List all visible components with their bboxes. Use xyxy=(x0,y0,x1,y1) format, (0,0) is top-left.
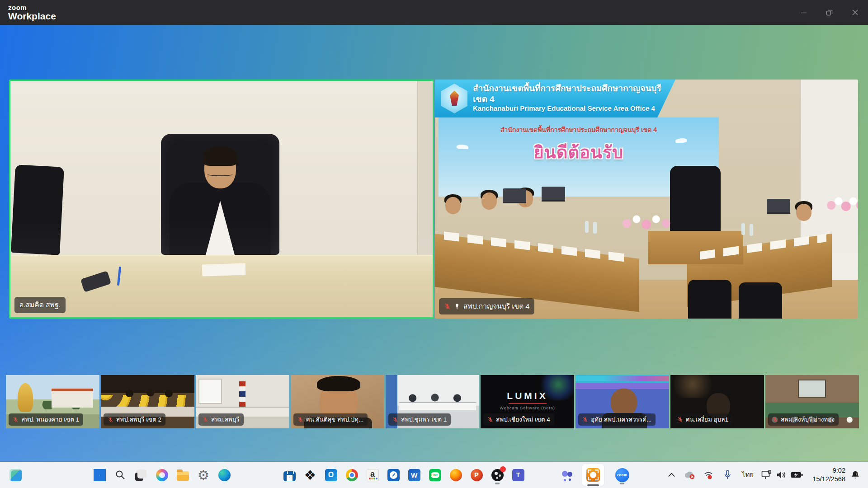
file-explorer-icon xyxy=(177,471,189,481)
participant-name: ศน.สันติสุข สพป.ปทุ... xyxy=(306,414,363,424)
restore-button[interactable] xyxy=(816,0,842,25)
video-tile-small[interactable]: ศน.สันติสุข สพป.ปทุ... xyxy=(291,375,384,428)
file-explorer-button[interactable] xyxy=(174,466,192,484)
clock-tray[interactable]: 9:02 15/12/2568 xyxy=(812,466,845,483)
widgets-button[interactable] xyxy=(6,466,24,484)
brand-workplace-text: Workplace xyxy=(8,11,56,21)
screen-recorder-button[interactable] xyxy=(582,464,604,486)
volume-tray-button[interactable] xyxy=(774,470,788,479)
start-button[interactable] xyxy=(90,466,108,484)
speedometer-app-button[interactable] xyxy=(384,466,402,484)
task-view-button[interactable] xyxy=(132,466,150,484)
windows-taskbar: ⚙ ❖ O a W LINE P T zoom xyxy=(0,462,868,488)
powerpoint-button[interactable]: P xyxy=(467,466,486,484)
search-icon xyxy=(115,469,126,480)
line-app-button[interactable]: LINE xyxy=(426,466,444,484)
participant-name-badge: สพป. หนองคาย เขต 1 xyxy=(9,413,83,426)
zoom-workplace-logo: zoom Workplace xyxy=(8,4,56,21)
chevron-up-icon xyxy=(668,473,675,477)
speaker-icon xyxy=(776,470,787,479)
outlook-button[interactable]: O xyxy=(322,466,340,484)
microsoft-store-button[interactable] xyxy=(280,466,298,484)
notification-badge xyxy=(500,466,506,472)
participant-name: อุทัย สพป.นครสวรรค์... xyxy=(591,414,651,424)
desktop: zoom Workplace xyxy=(0,0,868,488)
chrome-button[interactable] xyxy=(343,466,361,484)
task-view-icon xyxy=(137,469,146,479)
close-button[interactable] xyxy=(842,0,868,25)
microphone-tray-button[interactable] xyxy=(720,469,735,480)
participant-filmstrip: สพป. หนองคาย เขต 1 สพป.ลพบุรี เขต 2 สพม.… xyxy=(6,375,862,428)
video-scene-meeting-room: สำนักงานเขตพื้นที่การศึกษาประถมศึกษากาญจ… xyxy=(435,80,858,319)
language-indicator[interactable]: ไทย xyxy=(739,469,757,480)
muted-mic-icon xyxy=(582,417,588,422)
participant-name: ศน.เสงี่ยม อุบล1 xyxy=(686,414,728,424)
people-app-icon xyxy=(561,469,573,481)
video-tile-small[interactable]: ศน.เสงี่ยม อุบล1 xyxy=(670,375,764,428)
obs-icon xyxy=(491,469,504,481)
muted-mic-icon xyxy=(772,417,778,422)
display-tray-button[interactable] xyxy=(760,470,774,480)
firefox-icon xyxy=(450,469,462,481)
tray-date: 15/12/2568 xyxy=(812,475,845,483)
firefox-button[interactable] xyxy=(447,466,465,484)
muted-mic-icon xyxy=(677,417,683,422)
muted-mic-icon xyxy=(297,417,303,422)
onedrive-tray-button[interactable] xyxy=(682,470,697,479)
brand-zoom-text: zoom xyxy=(8,4,56,11)
chrome-icon xyxy=(346,469,358,481)
participant-name-badge: ศน.สันติสุข สพป.ปทุ... xyxy=(293,413,368,426)
backdrop-title-text: สำนักงานเขตพื้นที่การศึกษาประถมศึกษากาญจ… xyxy=(439,125,719,135)
amazon-icon: a xyxy=(367,469,379,481)
obs-button[interactable] xyxy=(488,466,506,484)
muted-mic-icon xyxy=(108,417,113,422)
edge-icon xyxy=(218,469,231,481)
copilot-button[interactable] xyxy=(153,466,171,484)
settings-button[interactable]: ⚙ xyxy=(194,466,212,484)
teams-icon: T xyxy=(512,469,524,481)
dropbox-button[interactable]: ❖ xyxy=(301,466,319,484)
language-label: ไทย xyxy=(742,469,754,480)
minimize-button[interactable] xyxy=(791,0,816,25)
close-icon xyxy=(852,9,858,15)
amazon-button[interactable]: a xyxy=(363,466,382,484)
word-button[interactable]: W xyxy=(405,466,423,484)
battery-tray-button[interactable] xyxy=(788,471,805,479)
participant-name: สพป.ชุมพร เขต 1 xyxy=(401,414,447,424)
video-tile-small-lumix[interactable]: LUMIX Webcam Software (Beta) สพป.เชียงให… xyxy=(481,375,574,428)
video-tile-small[interactable]: สพม.ลพบุรี xyxy=(196,375,289,428)
battery-charging-icon xyxy=(790,471,803,479)
people-app-button[interactable] xyxy=(558,466,576,484)
participant-name: สพป.เชียงใหม่ เขต 4 xyxy=(496,414,550,424)
zoom-app-button[interactable]: zoom xyxy=(613,466,631,484)
video-tile-small[interactable]: สพป.ลพบุรี เขต 2 xyxy=(101,375,194,428)
banner-thai-text: สำนักงานเขตพื้นที่การศึกษาประถมศึกษากาญจ… xyxy=(473,83,675,105)
widgets-icon xyxy=(9,469,22,481)
settings-gear-icon: ⚙ xyxy=(198,469,210,481)
muted-mic-icon xyxy=(444,303,451,310)
muted-mic-icon xyxy=(13,417,19,422)
teams-button[interactable]: T xyxy=(509,466,527,484)
outlook-icon: O xyxy=(325,469,337,481)
cast-tray-button[interactable] xyxy=(701,470,716,480)
video-tile-small[interactable]: สพป. หนองคาย เขต 1 xyxy=(6,375,99,428)
minimize-icon xyxy=(801,9,807,16)
video-tile-small[interactable]: สพป.ชุมพร เขต 1 xyxy=(386,375,479,428)
search-button[interactable] xyxy=(111,466,129,484)
participant-name: สพป.ลพบุรี เขต 2 xyxy=(116,414,161,424)
windows-start-icon xyxy=(94,469,106,481)
notifications-tray-button[interactable]: z xyxy=(848,470,863,480)
video-tile-small[interactable]: อุทัย สพป.นครสวรรค์... xyxy=(576,375,669,428)
video-tile-main-speaker[interactable]: อ.สมคิด สพฐ. xyxy=(9,80,434,319)
video-tile-small[interactable]: สพม.สิงห์บุรี อ่างทอง xyxy=(765,375,859,428)
speedometer-app-icon xyxy=(387,469,400,481)
zoom-app-icon: zoom xyxy=(615,468,629,482)
monitor-plug-icon xyxy=(761,470,772,480)
tray-time: 9:02 xyxy=(812,466,845,475)
muted-mic-icon xyxy=(203,417,208,422)
video-tile-kanchanaburi-area4[interactable]: สำนักงานเขตพื้นที่การศึกษาประถมศึกษากาญจ… xyxy=(435,80,858,319)
participant-name: สพม.สิงห์บุรี อ่างทอง xyxy=(781,414,835,424)
edge-button[interactable] xyxy=(215,466,233,484)
cloud-error-icon xyxy=(684,470,695,479)
tray-chevron-button[interactable] xyxy=(665,473,678,477)
